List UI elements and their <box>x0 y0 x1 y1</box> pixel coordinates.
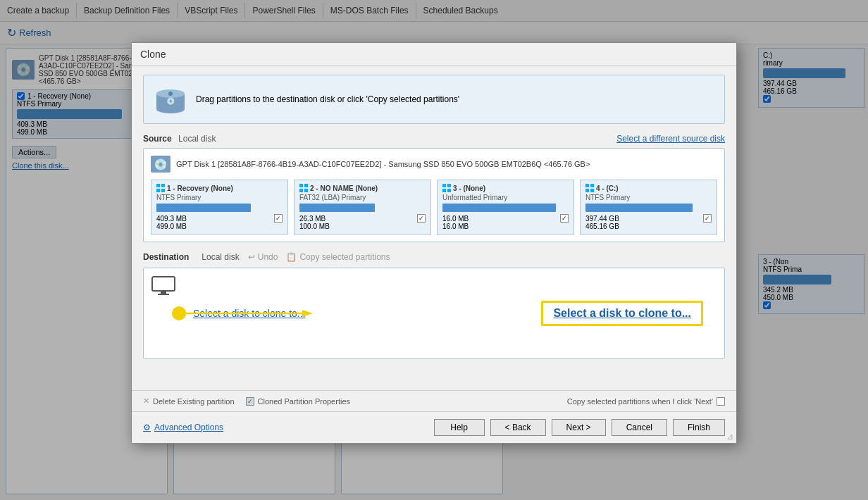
svg-rect-14 <box>447 184 451 187</box>
source-disk-icon: 💿 <box>151 156 170 173</box>
source-disk-title: GPT Disk 1 [28581A8F-8766-4B19-A3AD-C10F… <box>176 160 590 168</box>
svg-rect-16 <box>447 189 451 192</box>
partition4-bar <box>585 204 693 212</box>
svg-rect-10 <box>304 184 308 187</box>
app-window: Create a backup Backup Definition Files … <box>0 0 868 500</box>
partition1-total: 499.0 MB <box>156 223 283 230</box>
partition1-checkbox[interactable] <box>274 214 283 223</box>
svg-rect-12 <box>304 189 308 192</box>
diff-source-link[interactable]: Select a different source disk <box>616 134 725 144</box>
windows-icon-2 <box>299 184 308 192</box>
source-label: Source <box>143 134 172 144</box>
adv-options-label: Advanced Options <box>154 423 223 432</box>
windows-icon-4 <box>585 184 594 192</box>
drag-instruction-text: Drag partitions to the destination disk … <box>196 94 459 104</box>
partition2-name: 2 - NO NAME (None) <box>299 184 426 192</box>
svg-text:💿: 💿 <box>166 96 175 106</box>
destination-header: Destination Local disk ↩ Undo 📋 Copy sel… <box>143 252 725 262</box>
delete-x-icon: ✕ <box>143 396 149 406</box>
partition1-type: NTFS Primary <box>156 194 283 201</box>
delete-partition-label: Delete Existing partition <box>153 397 235 406</box>
dest-monitor-icon <box>151 275 176 296</box>
svg-rect-17 <box>585 184 589 187</box>
undo-icon: ↩ <box>248 252 255 262</box>
copy-next-label: Copy selected partitions when I click 'N… <box>567 397 713 406</box>
drag-banner: 💿 Drag partitions to the destination dis… <box>143 75 725 124</box>
source-section-header: Source Local disk Select a different sou… <box>143 134 725 144</box>
advanced-options-button[interactable]: ⚙ Advanced Options <box>143 423 223 432</box>
resize-handle[interactable]: ⊿ <box>726 432 733 442</box>
delete-partition-option: ✕ Delete Existing partition <box>143 396 235 406</box>
svg-rect-11 <box>299 189 303 192</box>
copy-next-option: Copy selected partitions when I click 'N… <box>567 397 725 406</box>
highlight-box: Select a disk to clone to... <box>541 301 703 326</box>
svg-rect-9 <box>299 184 303 187</box>
adv-options-icon: ⚙ <box>143 423 151 432</box>
dialog-title: Clone <box>132 43 736 66</box>
cancel-button[interactable]: Cancel <box>612 419 667 436</box>
next-button[interactable]: Next > <box>552 419 606 436</box>
svg-rect-5 <box>156 184 160 187</box>
source-disk-header: 💿 GPT Disk 1 [28581A8F-8766-4B19-A3AD-C1… <box>151 156 717 173</box>
modal-overlay: Clone 💿 Drag partitions to the destinati… <box>0 0 868 500</box>
dest-sublabel: Local disk <box>202 252 239 262</box>
partition2-total: 100.0 MB <box>299 223 426 230</box>
windows-icon-1 <box>156 184 165 192</box>
drag-disk-icon: 💿 <box>154 82 187 116</box>
partition3-sizes: 16.0 MB <box>442 214 569 223</box>
svg-rect-22 <box>161 291 166 294</box>
dest-actions: ↩ Undo 📋 Copy selected partitions <box>248 252 390 262</box>
svg-rect-13 <box>442 184 446 187</box>
windows-icon-3 <box>442 184 451 192</box>
clone-dialog: Clone 💿 Drag partitions to the destinati… <box>131 42 737 444</box>
partition2-checkbox[interactable] <box>417 214 426 223</box>
partition3-bar <box>442 204 556 212</box>
partition4-name: 4 - (C:) <box>585 184 712 192</box>
copy-icon: 📋 <box>286 252 297 262</box>
partition-card-4: 4 - (C:) NTFS Primary 397.44 GB 465.16 G… <box>580 180 717 235</box>
partition2-bar <box>299 204 375 212</box>
partition3-type: Unformatted Primary <box>442 194 569 201</box>
svg-rect-20 <box>590 189 594 192</box>
source-disk-box: 💿 GPT Disk 1 [28581A8F-8766-4B19-A3AD-C1… <box>143 148 725 242</box>
svg-rect-19 <box>585 189 589 192</box>
undo-btn[interactable]: ↩ Undo <box>248 252 278 262</box>
svg-rect-7 <box>156 189 160 192</box>
partition1-bar <box>156 204 251 212</box>
copy-partitions-btn[interactable]: 📋 Copy selected partitions <box>286 252 390 262</box>
back-button[interactable]: < Back <box>490 419 546 436</box>
cloned-part-checkbox[interactable]: ✓ <box>246 397 254 406</box>
svg-rect-8 <box>161 189 165 192</box>
partition1-name: 1 - Recovery (None) <box>156 184 283 192</box>
select-disk-highlight-link[interactable]: Select a disk to clone to... <box>553 307 691 319</box>
dialog-footer: ⚙ Advanced Options Help < Back Next > Ca… <box>132 411 736 443</box>
dialog-body: 💿 Drag partitions to the destination dis… <box>132 66 736 390</box>
partition-card-1: 1 - Recovery (None) NTFS Primary 409.3 M… <box>151 180 288 235</box>
help-button[interactable]: Help <box>434 419 485 436</box>
svg-rect-15 <box>442 189 446 192</box>
undo-label: Undo <box>258 252 278 262</box>
partition4-checkbox[interactable] <box>703 214 712 223</box>
svg-point-3 <box>168 92 173 96</box>
cloned-partition-option: ✓ Cloned Partition Properties <box>246 397 350 406</box>
partition3-name: 3 - (None) <box>442 184 569 192</box>
copy-label: Copy selected partitions <box>299 252 390 262</box>
finish-button[interactable]: Finish <box>673 419 725 436</box>
dest-label: Destination <box>143 252 189 262</box>
partition4-type: NTFS Primary <box>585 194 712 201</box>
arrow-svg <box>179 306 320 320</box>
destination-box: Select a disk to clone to... Select a di… <box>143 268 725 359</box>
svg-rect-6 <box>161 184 165 187</box>
partitions-row: 1 - Recovery (None) NTFS Primary 409.3 M… <box>151 180 717 235</box>
partition-card-2: 2 - NO NAME (None) FAT32 (LBA) Primary 2… <box>294 180 431 235</box>
svg-marker-25 <box>302 310 313 317</box>
partition-card-3: 3 - (None) Unformatted Primary 16.0 MB 1… <box>437 180 574 235</box>
partition1-sizes: 409.3 MB <box>156 214 283 223</box>
partition2-type: FAT32 (LBA) Primary <box>299 194 426 201</box>
partition4-sizes: 397.44 GB <box>585 214 712 223</box>
partition3-total: 16.0 MB <box>442 223 569 230</box>
svg-rect-21 <box>152 277 175 291</box>
source-sublabel: Local disk <box>178 134 216 144</box>
partition3-checkbox[interactable] <box>560 214 569 223</box>
copy-next-checkbox[interactable] <box>717 397 725 406</box>
